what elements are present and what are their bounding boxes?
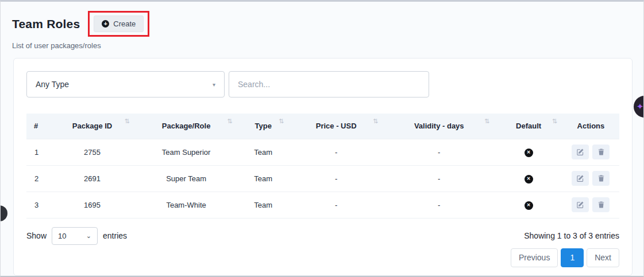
type-filter-value: Any Type <box>36 80 69 89</box>
cell-package-id: 2691 <box>49 165 135 192</box>
column-label: Package/Role <box>162 122 211 130</box>
create-button[interactable]: + Create <box>94 15 144 32</box>
column-label: Default <box>516 122 541 130</box>
caret-down-icon: ▾ <box>213 81 215 88</box>
next-page-button[interactable]: Next <box>587 248 619 267</box>
sort-icon[interactable]: ⇅ <box>484 118 489 125</box>
cell-package-role: Team Superior <box>135 139 238 165</box>
assistant-fab-button[interactable]: ✦ <box>634 96 644 118</box>
page-number-button-active[interactable]: 1 <box>561 248 584 267</box>
sort-icon[interactable]: ⇅ <box>279 118 284 125</box>
cell-package-id: 1695 <box>49 192 135 218</box>
column-header-default[interactable]: Default⇅ <box>495 114 562 139</box>
table-header-row: #Package ID⇅Package/Role⇅Type⇅Price - US… <box>26 114 619 139</box>
column-header-actions: Actions <box>562 114 619 139</box>
column-label: Actions <box>577 122 605 130</box>
sort-icon[interactable]: ⇅ <box>373 118 378 125</box>
cell-default: ✕ <box>495 165 562 192</box>
title-row: Team Roles + Create <box>12 11 643 37</box>
pagination: Previous 1 Next <box>26 248 619 267</box>
chevron-down-icon: ⌄ <box>86 232 91 240</box>
times-circle-icon: ✕ <box>525 175 533 184</box>
cell-package-id: 2755 <box>49 139 135 165</box>
page-title: Team Roles <box>12 17 80 31</box>
type-filter-select[interactable]: Any Type ▾ <box>26 71 225 97</box>
column-header-type[interactable]: Type⇅ <box>237 114 289 139</box>
cell-validity: - <box>383 139 495 165</box>
sort-icon[interactable]: ⇅ <box>227 118 232 125</box>
cell-actions <box>562 139 619 165</box>
cell-type: Team <box>237 139 289 165</box>
show-label: Show <box>26 231 47 240</box>
cell-package-role: Super Team <box>135 165 238 192</box>
create-button-label: Create <box>113 19 136 28</box>
column-label: Package ID <box>72 122 112 130</box>
edit-pencil-icon <box>576 174 584 182</box>
sparkle-icon: ✦ <box>637 102 644 112</box>
cell-default: ✕ <box>495 139 562 165</box>
table-row: 22691Super TeamTeam--✕ <box>26 165 619 192</box>
page: Team Roles + Create List of user package… <box>0 0 644 277</box>
page-size-select[interactable]: 10 ⌄ <box>52 227 98 245</box>
entries-label: entries <box>103 231 127 240</box>
left-edge-button[interactable] <box>0 205 7 221</box>
delete-button[interactable] <box>592 171 610 186</box>
column-header-package-id[interactable]: Package ID⇅ <box>49 114 135 139</box>
edit-pencil-icon <box>576 201 584 209</box>
edit-button[interactable] <box>572 145 589 159</box>
cell-default: ✕ <box>495 192 562 218</box>
cell-price: - <box>289 192 383 218</box>
cell-package-role: Team-White <box>135 192 238 218</box>
roles-table: #Package ID⇅Package/Role⇅Type⇅Price - US… <box>26 114 619 219</box>
search-input[interactable] <box>229 71 429 97</box>
sort-icon[interactable]: ⇅ <box>552 118 557 125</box>
column-header-price-usd[interactable]: Price - USD⇅ <box>289 114 383 139</box>
edit-button[interactable] <box>572 197 589 212</box>
trash-icon <box>597 201 605 209</box>
plus-circle-icon: + <box>102 20 109 28</box>
page-size-value: 10 <box>58 232 66 240</box>
cell-price: - <box>289 165 383 192</box>
column-label: # <box>34 122 38 130</box>
cell-validity: - <box>383 165 495 192</box>
trash-icon <box>597 174 605 182</box>
column-header-validity-days[interactable]: Validity - days⇅ <box>383 114 495 139</box>
cell-index: 3 <box>26 192 49 218</box>
times-circle-icon: ✕ <box>525 149 533 157</box>
edit-pencil-icon <box>576 148 584 156</box>
previous-page-button[interactable]: Previous <box>511 248 558 267</box>
column-header-package-role[interactable]: Package/Role⇅ <box>135 114 238 139</box>
trash-icon <box>597 148 605 156</box>
delete-button[interactable] <box>592 197 610 212</box>
cell-actions <box>562 165 619 192</box>
cell-validity: - <box>383 192 495 218</box>
cell-index: 1 <box>26 139 49 165</box>
cell-index: 2 <box>26 165 49 192</box>
sort-icon[interactable]: ⇅ <box>125 118 130 125</box>
table-row: 12755Team SuperiorTeam--✕ <box>26 139 619 165</box>
column-label: Validity - days <box>414 122 464 130</box>
table-row: 31695Team-WhiteTeam--✕ <box>26 192 619 218</box>
cell-type: Team <box>237 165 289 192</box>
annotation-highlight-box: + Create <box>88 11 149 37</box>
table-footer: Show 10 ⌄ entries Showing 1 to 3 of 3 en… <box>26 227 619 245</box>
column-header-index: # <box>26 114 49 139</box>
times-circle-icon: ✕ <box>525 201 533 210</box>
filter-row: Any Type ▾ <box>26 71 619 97</box>
delete-button[interactable] <box>592 145 610 159</box>
page-subtitle: List of user packages/roles <box>12 41 643 50</box>
table-body: 12755Team SuperiorTeam--✕22691Super Team… <box>26 139 619 218</box>
column-label: Type <box>255 122 272 130</box>
cell-actions <box>562 192 619 218</box>
content-card: Any Type ▾ #Package ID⇅Package/Role⇅Type… <box>13 58 633 276</box>
cell-price: - <box>289 139 383 165</box>
page-size-group: Show 10 ⌄ entries <box>26 227 127 245</box>
cell-type: Team <box>237 192 289 218</box>
showing-entries-text: Showing 1 to 3 of 3 entries <box>524 231 619 240</box>
column-label: Price - USD <box>316 122 357 130</box>
edit-button[interactable] <box>572 171 589 186</box>
page-header: Team Roles + Create List of user package… <box>1 2 643 50</box>
